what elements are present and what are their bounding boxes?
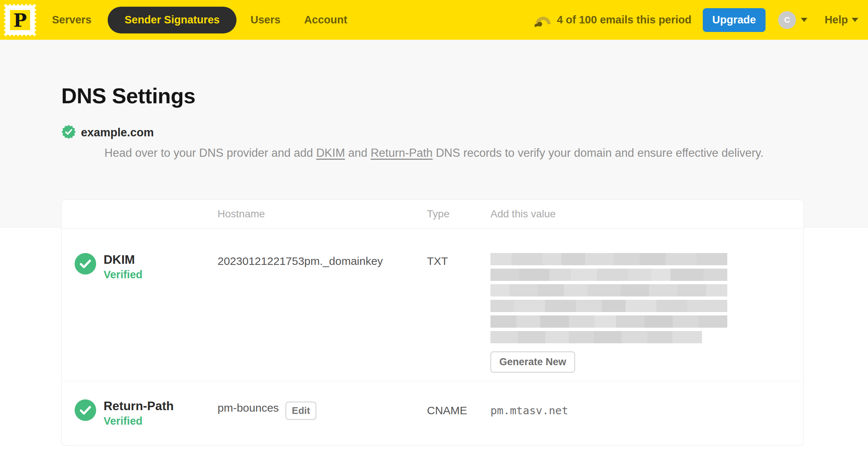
redacted-value-bar — [490, 284, 727, 296]
chevron-down-icon — [801, 18, 807, 22]
nav-item-users[interactable]: Users — [251, 14, 281, 26]
help-label: Help — [825, 14, 848, 26]
status-badge: Verified — [104, 415, 174, 427]
usage-text: 4 of 100 emails this period — [557, 14, 692, 26]
table-row-return-path: Return-Path Verified pm-bounces Edit CNA… — [62, 381, 803, 445]
redacted-value-bar — [490, 315, 727, 328]
intro-text: Head over to your DNS provider and add D… — [0, 145, 868, 162]
return-path-status-cell: Return-Path Verified — [62, 399, 218, 427]
value-column-header: Add this value — [490, 208, 803, 220]
return-path-value: pm.mtasv.net — [490, 404, 803, 417]
return-path-hostname: pm-bounces — [218, 402, 279, 414]
return-path-type: CNAME — [427, 404, 490, 417]
redacted-value-bar — [490, 300, 727, 312]
edit-button[interactable]: Edit — [285, 402, 316, 420]
check-circle-icon — [75, 399, 96, 427]
dns-records-card: Hostname Type Add this value DKIM Verifi… — [61, 200, 804, 445]
upgrade-button[interactable]: Upgrade — [703, 8, 766, 32]
record-name: Return-Path — [104, 399, 174, 413]
account-menu[interactable]: C — [778, 11, 807, 29]
redacted-value-bar — [490, 253, 727, 265]
dkim-value-cell: Generate New — [490, 253, 803, 373]
nav-item-sender-signatures[interactable]: Sender Signatures — [108, 7, 236, 33]
dkim-hostname: 20230121221753pm._domainkey — [218, 253, 427, 373]
status-badge: Verified — [104, 269, 143, 281]
intro-part3: DNS records to verify your domain and en… — [433, 146, 763, 159]
postmark-logo-icon[interactable]: P — [4, 4, 36, 36]
intro-part1: Head over to your DNS provider and add — [104, 146, 316, 159]
verified-seal-icon — [61, 124, 76, 141]
gauge-icon — [535, 13, 552, 27]
nav-item-account[interactable]: Account — [304, 14, 347, 26]
help-menu[interactable]: Help — [825, 14, 858, 26]
generate-new-button[interactable]: Generate New — [490, 351, 575, 373]
domain-row: example.com — [61, 124, 868, 141]
redacted-value-bar — [490, 269, 727, 281]
main-content: DNS Settings example.com Head over to yo… — [0, 40, 868, 454]
intro-part2: and — [345, 146, 371, 159]
return-path-link[interactable]: Return-Path — [371, 146, 433, 159]
svg-text:P: P — [13, 10, 27, 31]
table-row-dkim: DKIM Verified 20230121221753pm._domainke… — [62, 228, 803, 381]
table-header-row: Hostname Type Add this value — [62, 200, 803, 228]
usage-indicator[interactable]: 4 of 100 emails this period — [535, 13, 692, 27]
dkim-link[interactable]: DKIM — [316, 146, 345, 159]
hostname-column-header: Hostname — [218, 208, 427, 220]
type-column-header: Type — [427, 208, 490, 220]
avatar: C — [778, 11, 796, 29]
redacted-value-bar — [490, 331, 702, 343]
chevron-down-icon — [852, 18, 858, 22]
nav-item-servers[interactable]: Servers — [52, 14, 91, 26]
return-path-hostname-cell: pm-bounces Edit — [218, 402, 427, 420]
record-name: DKIM — [104, 253, 143, 266]
top-nav: P Servers Sender Signatures Users Accoun… — [0, 0, 868, 40]
domain-name: example.com — [81, 126, 154, 139]
page-title: DNS Settings — [61, 40, 868, 108]
check-circle-icon — [75, 253, 96, 373]
dkim-type: TXT — [427, 253, 490, 373]
dkim-status-cell: DKIM Verified — [62, 253, 218, 373]
